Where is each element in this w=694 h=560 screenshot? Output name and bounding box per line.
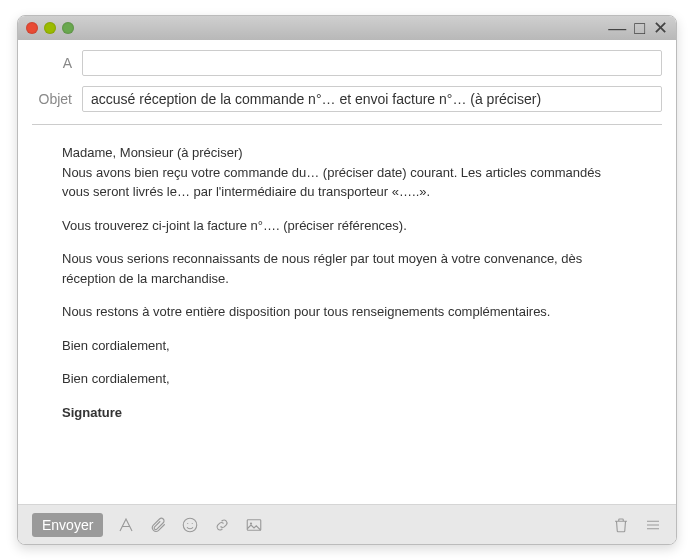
svg-point-0 [184,518,198,532]
trash-icon[interactable] [612,516,630,534]
body-paragraph: Nous vous serions reconnaissants de nous… [62,249,632,288]
svg-point-1 [188,522,189,523]
window-controls-right: — □ ✕ [608,19,668,37]
to-input[interactable] [82,50,662,76]
signature: Signature [62,403,632,423]
menu-icon[interactable] [644,516,662,534]
subject-row: Objet [32,86,662,112]
to-label: A [32,55,72,71]
titlebar: — □ ✕ [18,16,676,40]
body-paragraph: Nous restons à votre entière disposition… [62,302,632,322]
compose-window: — □ ✕ A Objet Madame, Monsieur (à précis… [17,15,677,545]
body-paragraph: Madame, Monsieur (à préciser) Nous avons… [62,143,632,202]
emoji-icon[interactable] [181,516,199,534]
minimize-window-button[interactable] [44,22,56,34]
maximize-icon[interactable]: □ [634,19,645,37]
close-icon[interactable]: ✕ [653,19,668,37]
attach-icon[interactable] [149,516,167,534]
body-paragraph: Vous trouverez ci-joint la facture n°…. … [62,216,632,236]
to-row: A [32,50,662,76]
close-window-button[interactable] [26,22,38,34]
zoom-window-button[interactable] [62,22,74,34]
compose-toolbar: Envoyer [18,504,676,544]
subject-input[interactable] [82,86,662,112]
font-format-icon[interactable] [117,516,135,534]
subject-label: Objet [32,91,72,107]
svg-point-2 [192,522,193,523]
send-button[interactable]: Envoyer [32,513,103,537]
image-icon[interactable] [245,516,263,534]
link-icon[interactable] [213,516,231,534]
traffic-lights [26,22,74,34]
body-closing: Bien cordialement, [62,336,632,356]
minimize-icon[interactable]: — [608,19,626,37]
body-closing: Bien cordialement, [62,369,632,389]
header-fields: A Objet [18,40,676,124]
message-body[interactable]: Madame, Monsieur (à préciser) Nous avons… [18,125,676,504]
